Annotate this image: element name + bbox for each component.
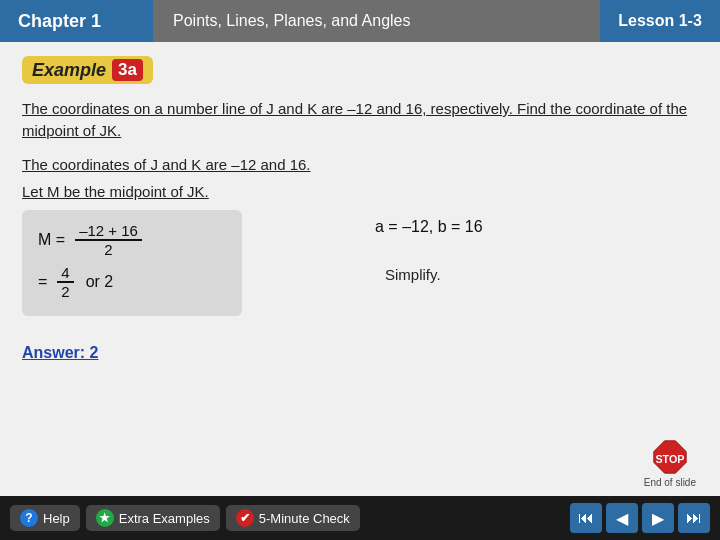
ab-values: a = –12, b = 16 [375,218,698,236]
fraction-main: –12 + 16 2 [75,222,142,258]
formula-m: M = [38,231,65,249]
math-right: a = –12, b = 16 Simplify. [365,210,698,283]
extra-label: Extra Examples [119,511,210,526]
formula-block: M = –12 + 16 2 = 4 2 or 2 [22,210,242,316]
example-number: 3a [112,59,143,81]
simplify-label: Simplify. [385,266,698,283]
chapter-label: Chapter 1 [18,11,101,32]
nav-first-button[interactable]: ⏮ [570,503,602,533]
main-content: Example 3a The coordinates on a number l… [0,42,720,496]
answer-row: Answer: 2 [22,344,698,362]
or-2-text: or 2 [86,273,114,291]
denominator-simplify: 2 [57,283,73,300]
lesson-label: Lesson 1-3 [618,12,702,30]
equals-prefix: = [38,273,47,291]
check-label: 5-Minute Check [259,511,350,526]
problem-statement: The coordinates on a number line of J an… [22,98,698,142]
end-of-slide-text: End of slide [644,477,696,488]
step2-label: Let M be the midpoint of JK. [22,183,209,200]
problem-text: The coordinates on a number line of J an… [22,100,687,139]
step1-label: The coordinates of J and K are –12 and 1… [22,156,311,173]
fraction-simplify: 4 2 [57,264,73,300]
extra-icon: ★ [96,509,114,527]
nav-last-button[interactable]: ⏭ [678,503,710,533]
numerator-simplify: 4 [57,264,73,283]
check-icon: ✔ [236,509,254,527]
numerator-main: –12 + 16 [75,222,142,241]
title-text: Points, Lines, Planes, and Angles [173,12,411,30]
nav-prev-button[interactable]: ◀ [606,503,638,533]
header: Chapter 1 Points, Lines, Planes, and Ang… [0,0,720,42]
footer-left: ? Help ★ Extra Examples ✔ 5-Minute Check [10,505,360,531]
footer: ? Help ★ Extra Examples ✔ 5-Minute Check… [0,496,720,540]
formula-line-1: M = –12 + 16 2 [38,222,226,258]
header-chapter: Chapter 1 [0,0,153,42]
help-label: Help [43,511,70,526]
example-badge: Example 3a [22,56,153,84]
math-area: M = –12 + 16 2 = 4 2 or 2 [22,210,698,326]
extra-examples-button[interactable]: ★ Extra Examples [86,505,220,531]
answer-text: Answer: 2 [22,344,98,361]
denominator-main: 2 [100,241,116,258]
stop-sign-area: STOP End of slide [644,439,696,488]
header-title: Points, Lines, Planes, and Angles [153,0,600,42]
nav-next-icon: ▶ [652,509,664,528]
five-minute-check-button[interactable]: ✔ 5-Minute Check [226,505,360,531]
step1-text: The coordinates of J and K are –12 and 1… [22,156,698,173]
math-left: M = –12 + 16 2 = 4 2 or 2 [22,210,365,326]
help-icon: ? [20,509,38,527]
nav-first-icon: ⏮ [578,509,594,527]
footer-right: ⏮ ◀ ▶ ⏭ [570,503,710,533]
svg-text:STOP: STOP [655,453,684,465]
nav-next-button[interactable]: ▶ [642,503,674,533]
formula-line-2: = 4 2 or 2 [38,264,226,300]
header-lesson: Lesson 1-3 [600,0,720,42]
help-button[interactable]: ? Help [10,505,80,531]
stop-icon: STOP [652,439,688,475]
example-label: Example [32,60,106,81]
nav-last-icon: ⏭ [686,509,702,527]
step2-text: Let M be the midpoint of JK. [22,183,698,200]
nav-prev-icon: ◀ [616,509,628,528]
